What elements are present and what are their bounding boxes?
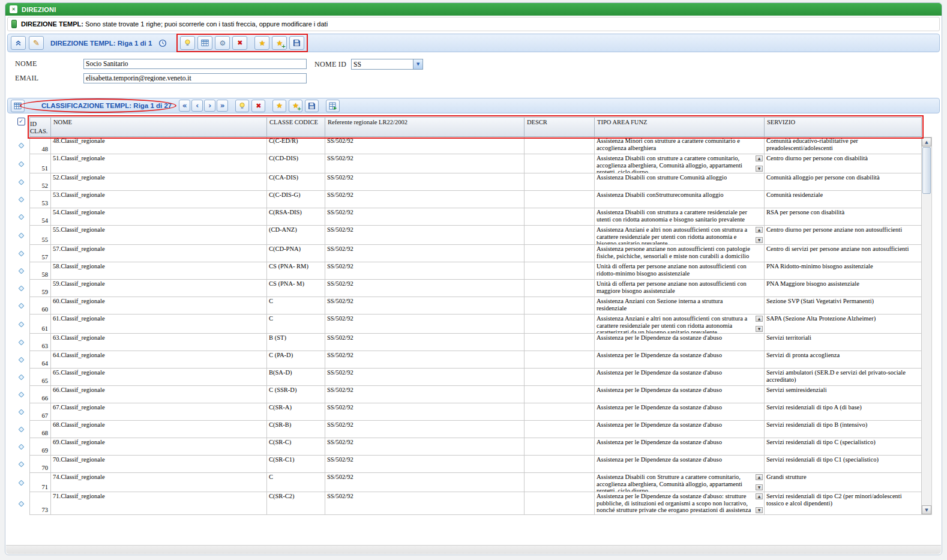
cell-descr[interactable]: [525, 173, 595, 191]
cell-classe-codice[interactable]: C (SSR-D): [267, 386, 325, 403]
cell-nome[interactable]: 60.Classif_regionale: [51, 297, 267, 315]
cell-referente[interactable]: SS/502/92: [325, 334, 525, 351]
cell-classe-codice[interactable]: C: [267, 297, 325, 315]
cell-scroll-up-icon[interactable]: ▲: [756, 155, 763, 161]
cell-tipo-area-funz[interactable]: Assistenza per le Dipendenze da sostanze…: [595, 438, 765, 456]
cell-classe-codice[interactable]: C(C-DIS-G): [267, 191, 325, 208]
cell-id-clas[interactable]: 55: [29, 226, 51, 245]
cell-tipo-area-funz[interactable]: Assistenza Disabili con strutture Comuni…: [595, 173, 765, 191]
cell-descr[interactable]: [525, 334, 595, 351]
cell-descr[interactable]: [525, 438, 595, 456]
cell-referente[interactable]: SS/502/92: [325, 456, 525, 473]
cell-id-clas[interactable]: 48: [29, 137, 51, 154]
row-selector[interactable]: [13, 473, 29, 492]
row-selector[interactable]: [13, 173, 29, 191]
first-row-button[interactable]: «: [179, 100, 190, 112]
cell-id-clas[interactable]: 68: [29, 421, 51, 438]
add-favorite-button[interactable]: ★ +: [272, 36, 287, 50]
cell-scroll-up-icon[interactable]: ▲: [756, 316, 763, 322]
cell-id-clas[interactable]: 66: [29, 386, 51, 403]
cell-servizio[interactable]: Servizi residenziali di tipo B (intensiv…: [765, 421, 922, 438]
cell-id-clas[interactable]: 65: [29, 369, 51, 386]
cell-referente[interactable]: SS/502/92: [325, 473, 525, 492]
cell-tipo-area-funz[interactable]: Unità di offerta per persone anziane non…: [595, 262, 765, 280]
cell-nome[interactable]: 68.Classif_regionale: [51, 421, 267, 438]
cell-nome[interactable]: 59.Classif_regionale: [51, 280, 267, 297]
cell-classe-codice[interactable]: (CD-ANZ): [267, 226, 325, 245]
scroll-up-button[interactable]: ▲: [922, 137, 931, 146]
cell-classe-codice[interactable]: C(CA-DIS): [267, 173, 325, 191]
row-selector[interactable]: [13, 137, 29, 154]
cell-id-clas[interactable]: 63: [29, 334, 51, 351]
cell-id-clas[interactable]: 52: [29, 173, 51, 191]
cell-classe-codice[interactable]: C(RSA-DIS): [267, 208, 325, 226]
cell-referente[interactable]: SS/502/92: [325, 403, 525, 421]
cell-descr[interactable]: [525, 386, 595, 403]
cell-descr[interactable]: [525, 191, 595, 208]
cell-id-clas[interactable]: 71: [29, 473, 51, 492]
cell-descr[interactable]: [525, 456, 595, 473]
row-selector[interactable]: [13, 297, 29, 315]
cell-referente[interactable]: SS/502/92: [325, 208, 525, 226]
cell-descr[interactable]: [525, 351, 595, 369]
cell-descr[interactable]: [525, 262, 595, 280]
cell-servizio[interactable]: Servizi territoriali: [765, 334, 922, 351]
cell-id-clas[interactable]: 58: [29, 262, 51, 280]
row-selector[interactable]: [13, 403, 29, 421]
cell-id-clas[interactable]: 64: [29, 351, 51, 369]
cell-descr[interactable]: [525, 208, 595, 226]
grid-view-button[interactable]: [11, 100, 25, 112]
favorite-button[interactable]: ★: [254, 36, 269, 50]
select-all-checkbox[interactable]: ✓: [17, 118, 25, 125]
cell-nome[interactable]: 52.Classif_regionale: [51, 173, 267, 191]
cell-referente[interactable]: SS/502/92: [325, 226, 525, 245]
nome-input[interactable]: [83, 59, 307, 69]
cell-classe-codice[interactable]: C: [267, 315, 325, 334]
cell-descr[interactable]: [525, 226, 595, 245]
cell-classe-codice[interactable]: CS (PNA- RM): [267, 262, 325, 280]
cell-referente[interactable]: SS/502/92: [325, 438, 525, 456]
cell-scroll-up-icon[interactable]: ▲: [756, 493, 763, 499]
cell-servizio[interactable]: Servizi ambulatori (SER.D e servizi del …: [765, 369, 922, 386]
add-favorite-button-classificazione[interactable]: ★ +: [289, 100, 302, 112]
cell-scroll-up-icon[interactable]: ▲: [756, 474, 763, 480]
cell-id-clas[interactable]: 54: [29, 208, 51, 226]
cell-scroll-down-icon[interactable]: ▼: [756, 507, 763, 513]
cell-servizio[interactable]: SAPA (Sezione Alta Protezione Alzheimer): [765, 315, 922, 334]
cell-descr[interactable]: [525, 245, 595, 262]
cell-tipo-area-funz[interactable]: Assistenza per le Dipendenze da sostanze…: [595, 456, 765, 473]
cell-classe-codice[interactable]: C(CD-PNA): [267, 245, 325, 262]
cell-tipo-area-funz[interactable]: Assistenza per le Dipendenze da sostanze…: [595, 403, 765, 421]
cell-classe-codice[interactable]: CS (PNA- M): [267, 280, 325, 297]
cell-descr[interactable]: [525, 369, 595, 386]
email-input[interactable]: [83, 73, 307, 83]
save-button-classificazione[interactable]: [305, 100, 319, 112]
chevron-down-icon[interactable]: ▼: [413, 59, 422, 69]
cell-classe-codice[interactable]: C(SR-B): [267, 421, 325, 438]
cell-descr[interactable]: [525, 473, 595, 492]
cell-servizio[interactable]: Comunità educativo-riabilitative per pre…: [765, 137, 922, 154]
cell-nome[interactable]: 54.Classif_regionale: [51, 208, 267, 226]
cell-servizio[interactable]: Comunità residenziale: [765, 191, 922, 208]
row-selector[interactable]: [13, 262, 29, 280]
row-selector[interactable]: [13, 421, 29, 438]
save-button[interactable]: [289, 36, 304, 50]
cell-nome[interactable]: 74.Classif_regionale: [51, 473, 267, 492]
hint-button-classificazione[interactable]: [235, 100, 249, 112]
cell-id-clas[interactable]: 73: [29, 492, 51, 515]
row-selector[interactable]: [13, 280, 29, 297]
cell-referente[interactable]: SS/502/92: [325, 369, 525, 386]
cell-nome[interactable]: 61.Classif_regionale: [51, 315, 267, 334]
cell-referente[interactable]: SS/502/92: [325, 315, 525, 334]
cell-tipo-area-funz[interactable]: Assistenza per le Dipendenze da sostanze…: [595, 421, 765, 438]
cell-tipo-area-funz[interactable]: Assistenza per le Dipendenze da sostanze…: [595, 369, 765, 386]
cell-classe-codice[interactable]: C (PA-D): [267, 351, 325, 369]
cell-id-clas[interactable]: 59: [29, 280, 51, 297]
cell-nome[interactable]: 67.Classif_regionale: [51, 403, 267, 421]
export-button[interactable]: [326, 100, 340, 112]
cell-tipo-area-funz[interactable]: Assistenza Anziani e altri non autosuffi…: [595, 226, 765, 245]
row-selector[interactable]: [13, 386, 29, 403]
cell-tipo-area-funz[interactable]: Assistenza Minori con strutture a caratt…: [595, 137, 765, 154]
cell-scroll-down-icon[interactable]: ▼: [756, 484, 763, 490]
cell-descr[interactable]: [525, 297, 595, 315]
